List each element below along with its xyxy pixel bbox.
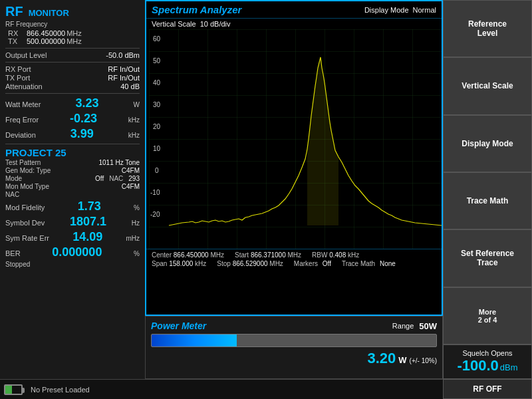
gen-mod-value: C4FM [122, 167, 140, 174]
power-meter-panel: Power Meter Range 50W 3.20 W (+/- 10%) [145, 316, 443, 379]
mod-fidelity-unit: % [134, 204, 140, 211]
ber-status: Stopped [5, 261, 30, 268]
mod-fidelity-label: Mod Fidelity [5, 203, 45, 211]
svg-text:0: 0 [155, 167, 159, 174]
svg-text:40: 40 [153, 79, 161, 86]
sym-rate-err-unit: mHz [126, 235, 140, 242]
pm-value: 3.20 [367, 350, 396, 367]
pm-bar [152, 334, 237, 346]
bottom-bar: No Preset Loaded RF OFF [0, 379, 532, 399]
set-reference-trace-button[interactable]: Set Reference Trace [443, 229, 532, 287]
output-level-row: Output Level -50.0 dBm [5, 51, 140, 59]
freq-error-unit: kHz [128, 116, 140, 124]
watt-meter-row: Watt Meter 3.23 W [5, 96, 140, 110]
tx-port-label: TX Port [5, 74, 30, 82]
deviation-unit: kHz [128, 132, 140, 139]
rf-freq-label: RF Frequency [5, 21, 140, 28]
rx-value: 866.450000 [27, 29, 65, 37]
sym-rate-err-label: Sym Rate Err [5, 234, 49, 242]
nac2-label: NAC [5, 191, 19, 198]
battery-icon [4, 384, 23, 395]
squelch-value: -100.0 [457, 357, 498, 374]
output-level-value: -50.0 dBm [106, 51, 140, 59]
reference-level-button[interactable]: Reference Level [443, 0, 532, 57]
left-panel: RF MONITOR RF Frequency RX 866.450000 MH… [0, 0, 145, 379]
nac2-row: NAC [5, 191, 140, 198]
watt-value: 3.23 [75, 96, 98, 110]
squelch-unit: dBm [500, 362, 518, 372]
ber-value: 0.000000 [52, 245, 102, 259]
svg-text:30: 30 [153, 101, 161, 108]
markers-value: Off [323, 260, 331, 267]
mon-mod-type-label: Mon Mod Type [5, 183, 49, 190]
squelch-label: Squelch Opens [446, 349, 529, 357]
markers-label: Markers Off [294, 260, 331, 267]
svg-text:20: 20 [153, 123, 161, 130]
spectrum-title: Spectrum Analyzer [152, 4, 241, 15]
svg-text:60: 60 [153, 35, 161, 43]
tx-row: TX 500.000000 MHz [8, 37, 140, 45]
watt-label: Watt Meter [5, 100, 41, 108]
tx-label: TX [8, 37, 24, 45]
rx-port-row: RX Port RF In/Out [5, 65, 140, 73]
vertical-scale-value: 10 dB/div [200, 20, 231, 28]
freq-error-row: Freq Error -0.23 kHz [5, 112, 140, 126]
pm-range-label: Range [392, 322, 414, 330]
mod-fidelity-value: 1.73 [78, 200, 101, 213]
stop-value: 866.529000 [233, 260, 268, 267]
power-meter-title: Power Meter [151, 321, 206, 331]
spectrum-analyzer-panel: Spectrum Analyzer Display Mode Normal Ve… [145, 0, 443, 379]
more-button[interactable]: More 2 of 4 [443, 287, 532, 344]
test-pattern-label: Test Pattern [5, 159, 41, 166]
span-value: 158.000 [169, 260, 193, 267]
start-label: Start 866.371000 MHz [235, 251, 301, 259]
trace-math-label: Trace Math None [342, 260, 396, 267]
vertical-scale-label: Vertical Scale [152, 20, 196, 28]
ber-row: BER 0.000000 % [5, 245, 140, 259]
nac-value: 293 [128, 175, 140, 182]
tx-unit: MHz [66, 37, 82, 45]
svg-text:10: 10 [153, 145, 161, 152]
monitor-label: MONITOR [29, 8, 69, 18]
test-pattern-row: Test Pattern 1011 Hz Tone [5, 159, 140, 166]
vertical-scale-button[interactable]: Vertical Scale [443, 57, 532, 114]
sym-rate-err-row: Sym Rate Err 14.09 mHz [5, 230, 140, 244]
svg-text:-10: -10 [150, 189, 160, 196]
rx-port-label: RX Port [5, 65, 31, 73]
attenuation-value: 40 dB [120, 82, 140, 90]
ber-unit: % [134, 250, 140, 257]
watt-unit: W [134, 101, 140, 108]
deviation-label: Deviation [5, 131, 36, 139]
start-value: 866.371000 [251, 251, 286, 259]
gen-mod-label: Gen Mod: Type [5, 167, 51, 174]
battery-fill [5, 386, 12, 394]
trace-math-button[interactable]: Trace Math [443, 172, 532, 229]
display-mode-label: Display Mode [364, 6, 409, 14]
squelch-opens-panel: Squelch Opens -100.0 dBm [443, 344, 532, 379]
rbw-label: RBW 0.408 kHz [312, 251, 359, 259]
rbw-value: 0.408 [329, 251, 346, 259]
attenuation-row: Attenuation 40 dB [5, 82, 140, 90]
svg-text:-20: -20 [150, 211, 160, 218]
stop-label: Stop 866.529000 MHz [217, 260, 283, 267]
ber-status-row: Stopped [5, 261, 140, 268]
pm-unit: W [398, 355, 406, 365]
spectrum-chart: 60 50 40 30 20 10 0 -10 -20 [149, 29, 442, 249]
rx-unit: MHz [66, 29, 82, 37]
rx-port-value: RF In/Out [108, 65, 140, 73]
test-pattern-value: 1011 Hz Tone [98, 159, 140, 166]
project-title: PROJECT 25 [5, 147, 140, 158]
gen-mod-row: Gen Mod: Type C4FM [5, 167, 140, 174]
rf-off-button[interactable]: RF OFF [443, 379, 532, 399]
freq-error-value: -0.23 [70, 112, 97, 126]
mod-fidelity-row: Mod Fidelity 1.73 % [5, 200, 140, 213]
rx-label: RX [8, 29, 24, 37]
output-level-label: Output Level [5, 51, 47, 59]
attenuation-label: Attenuation [5, 82, 43, 90]
mode-row: Mode Off NAC 293 [5, 175, 140, 182]
display-mode-button[interactable]: Display Mode [443, 115, 532, 172]
svg-text:50: 50 [153, 57, 161, 65]
no-preset-label: No Preset Loaded [31, 386, 90, 394]
deviation-row: Deviation 3.99 kHz [5, 127, 140, 141]
symbol-dev-value: 1807.1 [70, 215, 106, 229]
